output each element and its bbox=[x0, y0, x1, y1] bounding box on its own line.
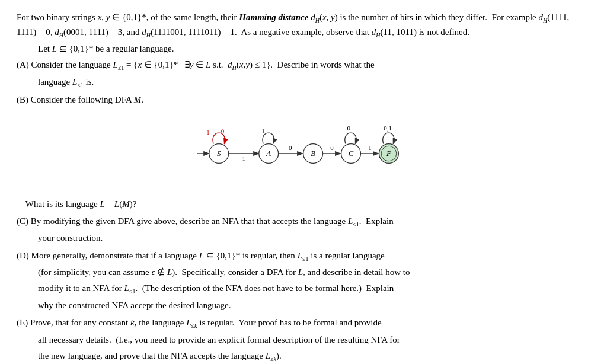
self-loop-s-label-1: 1 bbox=[206, 129, 209, 136]
let-paragraph: Let L ⊆ {0,1}* be a regular language. bbox=[38, 42, 586, 56]
part-e-line3: the new language, and prove that the NFA… bbox=[38, 349, 586, 364]
self-loop-a-label-1: 1 bbox=[261, 127, 264, 135]
part-d-line2: (for simplicity, you can assume ε ∉ L). … bbox=[38, 266, 586, 279]
dfa-question: What is its language L = L(M)? bbox=[17, 197, 586, 211]
edge-c-f-label: 1 bbox=[368, 143, 371, 151]
self-loop-c bbox=[345, 133, 356, 143]
part-c-text: (C) By modifying the given DFA give abov… bbox=[17, 215, 586, 229]
part-a: (A) Consider the language L≤1 = {x ∈ {0,… bbox=[17, 58, 586, 90]
part-b-label: (B) bbox=[17, 95, 28, 104]
part-c-label: (C) bbox=[17, 216, 28, 226]
part-d-label: (D) bbox=[17, 251, 29, 260]
self-loop-c-label: 0 bbox=[347, 124, 351, 131]
state-f-label: F bbox=[386, 149, 391, 158]
part-c: (C) By modifying the given DFA give abov… bbox=[17, 215, 586, 245]
part-c-cont: your construction. bbox=[38, 231, 586, 245]
dfa-diagram: S 1 A 1 0 1 0 bbox=[17, 118, 586, 189]
part-b: (B) Consider the following DFA M. S bbox=[17, 93, 586, 211]
part-a-label: (A) bbox=[17, 60, 29, 69]
part-d: (D) More generally, demonstrate that if … bbox=[17, 249, 586, 313]
part-d-text: (D) More generally, demonstrate that if … bbox=[17, 249, 586, 264]
main-content: For two binary strings x, y ∈ {0,1}*, of… bbox=[17, 11, 586, 363]
part-e-text: (E) Prove, that for any constant k, the … bbox=[17, 316, 586, 331]
part-a-text: (A) Consider the language L≤1 = {x ∈ {0,… bbox=[17, 58, 586, 73]
part-a-cont: language L≤1 is. bbox=[38, 75, 586, 90]
edge-s-a-label: 1 bbox=[242, 154, 245, 161]
self-loop-f bbox=[383, 133, 394, 143]
part-e-label: (E) bbox=[17, 318, 28, 327]
edge-b-c-label: 0 bbox=[330, 143, 334, 151]
edge-a-b-label: 0 bbox=[289, 143, 292, 151]
state-a-label: A bbox=[266, 149, 271, 158]
intro-paragraph: For two binary strings x, y ∈ {0,1}*, of… bbox=[17, 11, 586, 40]
part-e: (E) Prove, that for any constant k, the … bbox=[17, 316, 586, 363]
state-s-label: S bbox=[217, 149, 221, 158]
state-b-label: B bbox=[311, 149, 315, 158]
part-d-line4: why the constructed NFA accept the desir… bbox=[38, 299, 586, 312]
state-c-label: C bbox=[349, 149, 354, 158]
part-b-text: (B) Consider the following DFA M. bbox=[17, 93, 586, 107]
part-e-line2: all necessary details. (I.e., you need t… bbox=[38, 333, 586, 347]
self-loop-s-label-0: 0 bbox=[221, 127, 225, 135]
part-d-line3: modify it to an NFA for L≤1. (The descri… bbox=[38, 282, 586, 296]
self-loop-f-label: 0,1 bbox=[384, 124, 392, 131]
dfa-svg: S 1 A 1 0 1 0 bbox=[177, 118, 426, 189]
